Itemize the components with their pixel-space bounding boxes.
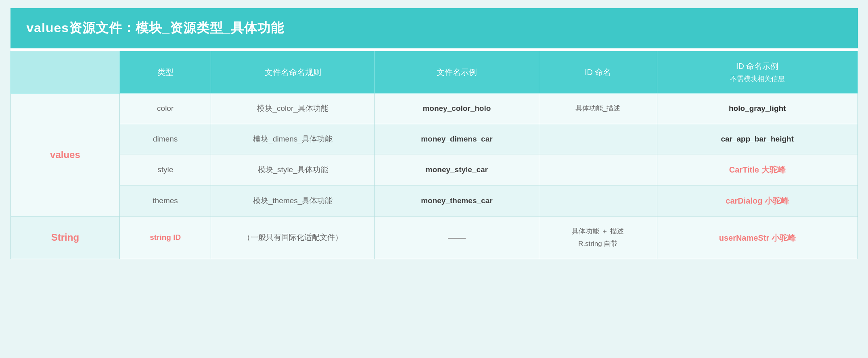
- col-header-id-naming: ID 命名: [539, 51, 657, 94]
- table-body: values color 模块_color_具体功能 money_color_h…: [10, 94, 858, 259]
- row-naming-rule: 模块_themes_具体功能: [211, 185, 375, 216]
- col-header-id-example-line2: 不需模块相关信息: [730, 75, 785, 83]
- row-id-naming: [539, 154, 657, 185]
- row-id-example: CarTitle 大驼峰: [657, 154, 858, 185]
- row-naming-rule: 模块_style_具体功能: [211, 154, 375, 185]
- row-type: string ID: [120, 216, 211, 259]
- row-id-example: holo_gray_light: [657, 94, 858, 124]
- row-naming-rule: 模块_color_具体功能: [211, 94, 375, 124]
- col-header-0: [10, 51, 120, 94]
- table-row: String string ID （一般只有国际化适配文件） —— 具体功能 ＋…: [10, 216, 858, 259]
- col-header-file-example: 文件名示例: [375, 51, 539, 94]
- col-header-type: 类型: [120, 51, 211, 94]
- row-file-example: money_themes_car: [375, 185, 539, 216]
- page-title: values资源文件：模块_资源类型_具体功能: [27, 19, 842, 37]
- row-id-example: userNameStr 小驼峰: [657, 216, 858, 259]
- main-table: 类型 文件名命名规则 文件名示例 ID 命名 ID 命名示例 不需模块相关信息 …: [10, 51, 858, 259]
- row-naming-rule: （一般只有国际化适配文件）: [211, 216, 375, 259]
- row-id-naming: 具体功能 ＋ 描述R.string 自带: [539, 216, 657, 259]
- table-row: style 模块_style_具体功能 money_style_car CarT…: [10, 154, 858, 185]
- main-container: values资源文件：模块_资源类型_具体功能 类型 文件名命名规则 文件名示例…: [10, 8, 858, 259]
- table-row: themes 模块_themes_具体功能 money_themes_car c…: [10, 185, 858, 216]
- row-file-example: money_color_holo: [375, 94, 539, 124]
- row-id-example: carDialog 小驼峰: [657, 185, 858, 216]
- col-header-id-example: ID 命名示例 不需模块相关信息: [657, 51, 858, 94]
- col-header-naming-rule: 文件名命名规则: [211, 51, 375, 94]
- row-label-string: String: [10, 216, 120, 259]
- table-header-row: 类型 文件名命名规则 文件名示例 ID 命名 ID 命名示例 不需模块相关信息: [10, 51, 858, 94]
- table-row: dimens 模块_dimens_具体功能 money_dimens_car c…: [10, 124, 858, 154]
- row-file-example: ——: [375, 216, 539, 259]
- title-bar: values资源文件：模块_资源类型_具体功能: [10, 8, 858, 48]
- row-label-values: values: [10, 94, 120, 216]
- table-row: values color 模块_color_具体功能 money_color_h…: [10, 94, 858, 124]
- row-type: style: [120, 154, 211, 185]
- row-id-naming: [539, 124, 657, 154]
- row-id-example: car_app_bar_height: [657, 124, 858, 154]
- row-type: color: [120, 94, 211, 124]
- row-naming-rule: 模块_dimens_具体功能: [211, 124, 375, 154]
- row-file-example: money_dimens_car: [375, 124, 539, 154]
- row-file-example: money_style_car: [375, 154, 539, 185]
- col-header-id-example-line1: ID 命名示例: [736, 62, 779, 71]
- row-type: dimens: [120, 124, 211, 154]
- row-id-naming: [539, 185, 657, 216]
- row-id-naming: 具体功能_描述: [539, 94, 657, 124]
- row-type: themes: [120, 185, 211, 216]
